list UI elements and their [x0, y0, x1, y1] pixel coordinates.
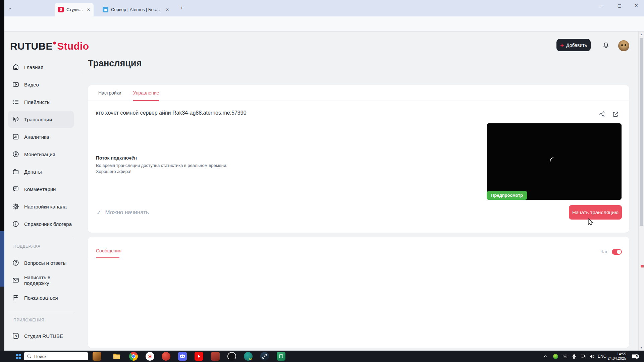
open-external-icon[interactable] — [612, 111, 619, 118]
tab-settings[interactable]: Настройки — [98, 85, 121, 101]
sidebar-item-broadcasts[interactable]: Трансляции — [8, 111, 74, 128]
svg-text:S: S — [15, 334, 17, 338]
tab-close-icon[interactable]: ✕ — [87, 7, 90, 12]
tab-search-chevron-icon[interactable]: ⌄ — [8, 5, 12, 10]
sidebar-item-home[interactable]: Главная — [8, 58, 74, 76]
tray-clock[interactable]: 14:5524.04.2025 — [606, 351, 627, 362]
yandex-browser-icon[interactable]: Я — [146, 351, 154, 362]
window-close-button[interactable]: ✕ — [629, 0, 644, 11]
home-icon — [12, 63, 19, 71]
tray-language-indicator[interactable]: ENG — [597, 351, 607, 362]
sidebar-divider — [8, 238, 74, 238]
sidebar-divider — [8, 312, 74, 312]
tray-date: 24.04.2025 — [607, 356, 626, 361]
broadcast-tabs: Настройки Управление — [88, 85, 629, 101]
sidebar-apps-header: ПРИЛОЖЕНИЯ — [13, 318, 44, 322]
sidebar-item-qa[interactable]: Вопросы и ответы — [8, 254, 74, 272]
scrollbar-marker — [641, 265, 644, 267]
flag-icon — [12, 294, 19, 301]
ready-status: ✓ Можно начинать — [97, 209, 149, 216]
sidebar-item-monetization[interactable]: Монетизация — [8, 145, 74, 163]
start-broadcast-button[interactable]: Начать трансляцию — [569, 205, 622, 220]
sidebar-item-channel-settings[interactable]: Настройки канала — [8, 198, 74, 215]
chat-toggle-label: Чат — [600, 249, 608, 254]
share-icon[interactable] — [598, 111, 606, 118]
scrollbar-thumb[interactable] — [640, 38, 643, 226]
sidebar-item-report[interactable]: Пожаловаться — [8, 289, 74, 306]
plus-icon: + — [560, 42, 564, 48]
tab-close-icon[interactable]: ✕ — [166, 7, 169, 12]
mail-icon — [12, 277, 19, 284]
file-explorer-icon[interactable] — [112, 351, 121, 362]
tray-volume-icon[interactable] — [588, 351, 596, 362]
stream-status-line: Во время трансляции доступна статистика … — [96, 163, 227, 168]
sidebar-item-analytics[interactable]: Аналитика — [8, 128, 74, 145]
chat-toggle[interactable] — [612, 249, 622, 255]
sidebar-item-playlists[interactable]: Плейлисты — [8, 93, 74, 111]
obs-icon[interactable] — [227, 351, 236, 362]
sidebar-item-comments[interactable]: Комментарии — [8, 180, 74, 198]
sidebar-item-video[interactable]: Видео — [8, 76, 74, 93]
tray-microphone-icon[interactable] — [570, 351, 578, 362]
rutube-studio-logo[interactable]: RUTUBE●Studio — [10, 39, 89, 52]
page-scrollbar[interactable]: ▲ ▼ — [638, 32, 644, 351]
playlists-icon — [12, 98, 19, 106]
tray-network-icon[interactable] — [579, 351, 587, 362]
red-app-icon[interactable] — [162, 351, 170, 362]
sidebar-item-blogger-guide[interactable]: Справочник блогера — [8, 215, 74, 233]
window-minimize-button[interactable]: — — [594, 0, 609, 11]
tab-title: Сервер | Aternos | Бесплатный — [111, 7, 162, 12]
tab-messages[interactable]: Сообщения — [96, 248, 121, 253]
browser-tab-rutube-studio[interactable]: S Студия RUTUBE ✕ — [55, 3, 94, 16]
sidebar-item-donations[interactable]: Донаты — [8, 163, 74, 180]
teal-app-icon[interactable]: 52 — [244, 351, 253, 362]
tray-expand-chevron-icon[interactable] — [541, 351, 549, 362]
broadcast-card: Настройки Управление кто хочет сомной се… — [88, 85, 629, 233]
messages-card: Сообщения Чат — [88, 237, 629, 348]
sidebar-item-support-mail[interactable]: Написать в поддержку — [8, 272, 74, 289]
stream-status-title: Поток подключён — [96, 155, 137, 161]
tray-capture-icon[interactable] — [561, 351, 569, 362]
tab-management[interactable]: Управление — [133, 85, 159, 101]
start-button[interactable] — [13, 351, 23, 362]
search-highlight-icon[interactable] — [93, 351, 101, 362]
notifications-bell-icon[interactable] — [602, 42, 610, 49]
toggle-knob — [617, 250, 621, 254]
chrome-icon[interactable] — [129, 351, 138, 362]
scroll-up-icon[interactable]: ▲ — [639, 33, 644, 36]
window-maximize-button[interactable]: ▢ — [612, 0, 627, 11]
steam-icon[interactable] — [260, 351, 269, 362]
header-divider — [83, 75, 638, 75]
info-icon — [12, 220, 19, 228]
app-badge: 52 — [249, 357, 252, 361]
donations-icon — [12, 168, 19, 175]
add-button[interactable]: + Добавить — [556, 39, 591, 51]
rutube-studio-page: RUTUBE●Studio + Добавить Главная Видео П… — [0, 32, 644, 351]
new-tab-button[interactable]: + — [178, 4, 186, 12]
sidebar-item-studio-app[interactable]: S Студия RUTUBE — [8, 327, 74, 345]
user-avatar[interactable] — [618, 40, 629, 51]
aternos-favicon-icon: ▦ — [103, 7, 108, 12]
youtube-icon[interactable] — [195, 351, 203, 362]
logo-dot-icon: ● — [53, 39, 57, 46]
search-label: Поиск — [34, 354, 46, 359]
preview-badge: Предпросмотр — [487, 191, 527, 200]
discord-icon[interactable] — [178, 351, 187, 362]
dark-red-app-icon[interactable] — [211, 351, 220, 362]
scroll-down-icon[interactable]: ▼ — [639, 346, 644, 349]
analytics-icon — [12, 133, 19, 140]
stream-preview-player[interactable]: Предпросмотр — [487, 123, 622, 200]
question-icon — [12, 259, 19, 266]
browser-tab-aternos[interactable]: ▦ Сервер | Aternos | Бесплатный ✕ — [99, 3, 172, 16]
tray-time: 14:55 — [607, 352, 626, 356]
background-window-edge — [0, 0, 4, 351]
check-icon: ✓ — [97, 209, 101, 216]
mouse-cursor — [587, 218, 594, 227]
tray-green-app-icon[interactable] — [551, 351, 559, 362]
green-app-icon[interactable] — [277, 351, 285, 362]
taskbar-search-box[interactable]: Поиск — [24, 352, 88, 360]
messages-divider — [88, 258, 629, 258]
page-title: Трансляция — [88, 58, 142, 69]
notification-center-icon[interactable]: 5 — [630, 351, 639, 362]
loading-spinner-icon — [548, 156, 560, 168]
